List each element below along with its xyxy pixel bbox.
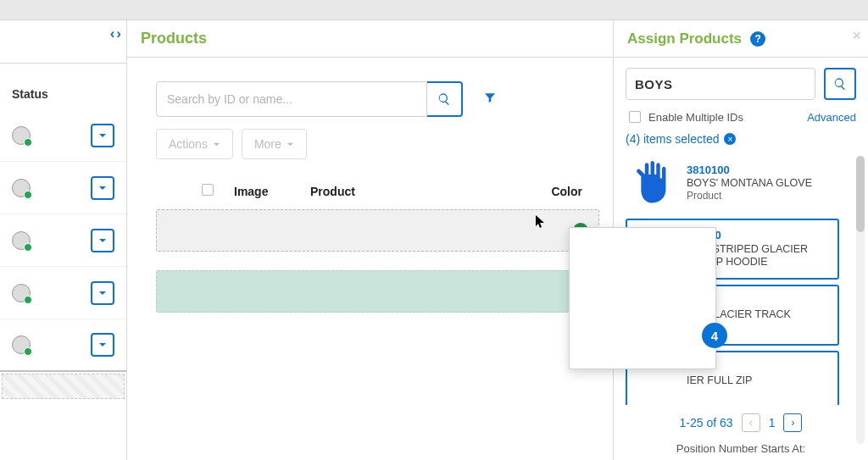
enable-multiple-ids-text: Enable Multiple IDs xyxy=(648,111,743,124)
next-page-icon[interactable]: › xyxy=(116,25,121,42)
chevron-down-icon xyxy=(98,289,107,297)
status-panel: ‹ › Status xyxy=(0,20,127,460)
pager-current-page: 1 xyxy=(769,416,776,430)
search-icon xyxy=(437,92,451,106)
status-dropdown-button[interactable] xyxy=(91,124,114,147)
cursor-icon xyxy=(536,215,546,229)
assign-search-input[interactable] xyxy=(626,68,815,100)
product-card-body: 3810100 BOYS' MONTANA GLOVE Product xyxy=(687,158,812,208)
chevron-down-icon xyxy=(98,131,107,140)
app-root: ‹ › Status xyxy=(0,0,868,460)
product-name: IER FULL ZIP xyxy=(687,374,752,388)
status-heading: Status xyxy=(0,64,126,109)
globe-icon xyxy=(12,179,31,197)
enable-multiple-ids-checkbox[interactable] xyxy=(629,111,641,123)
status-row xyxy=(0,109,126,162)
globe-icon xyxy=(12,126,31,145)
globe-icon xyxy=(12,335,31,354)
product-type: Product xyxy=(687,190,812,202)
status-row xyxy=(0,267,126,319)
chevron-down-icon xyxy=(98,236,107,245)
products-body: Actions More Image Product Color xyxy=(127,58,613,331)
actions-label: Actions xyxy=(169,137,208,151)
advanced-link[interactable]: Advanced xyxy=(807,111,856,124)
product-card[interactable]: 3810100 BOYS' MONTANA GLOVE Product xyxy=(626,152,839,213)
assign-header: Assign Products ? xyxy=(614,20,868,58)
globe-icon xyxy=(12,284,31,302)
product-search-box xyxy=(156,81,463,117)
actions-button[interactable]: Actions xyxy=(156,129,233,159)
pager-range: 1-25 of 63 xyxy=(680,416,733,430)
drag-count-badge: 4 xyxy=(702,323,727,348)
more-label: More xyxy=(254,137,281,151)
chevron-down-icon xyxy=(287,141,294,148)
col-color: Color xyxy=(523,185,599,198)
main-columns: ‹ › Status xyxy=(0,20,868,460)
filter-icon[interactable] xyxy=(483,91,497,108)
globe-icon xyxy=(12,231,31,250)
product-thumb xyxy=(631,158,678,208)
product-search-row xyxy=(156,81,599,117)
clear-selection-icon[interactable]: × xyxy=(724,133,736,145)
close-icon[interactable]: × xyxy=(852,27,861,45)
drag-ghost: 4 xyxy=(569,227,716,369)
chevron-down-icon xyxy=(213,141,220,148)
assign-pager: 1-25 of 63 ‹ 1 › xyxy=(626,410,856,435)
status-dropdown-button[interactable] xyxy=(91,176,114,200)
chevron-down-icon xyxy=(98,184,107,192)
help-icon[interactable]: ? xyxy=(750,31,765,47)
products-title: Products xyxy=(127,20,613,58)
more-button[interactable]: More xyxy=(242,129,307,159)
status-row xyxy=(0,162,126,214)
rail-placeholder xyxy=(2,374,125,399)
pager-prev-button[interactable]: ‹ xyxy=(742,413,760,432)
header-check xyxy=(198,181,234,201)
top-bar xyxy=(0,0,868,20)
status-row xyxy=(0,214,126,267)
col-image: Image xyxy=(234,185,310,198)
status-dropdown-button[interactable] xyxy=(91,281,114,305)
product-search-button[interactable] xyxy=(427,81,463,117)
col-product: Product xyxy=(310,185,523,198)
position-number-label: Position Number Starts At: xyxy=(626,442,856,455)
drop-target-row[interactable] xyxy=(156,209,599,252)
product-search-input[interactable] xyxy=(156,81,427,117)
status-list xyxy=(0,109,126,372)
scrollbar-thumb[interactable] xyxy=(856,156,865,232)
status-dropdown-button[interactable] xyxy=(91,333,114,357)
assign-scrollbar[interactable] xyxy=(856,156,865,444)
assign-options-row: Enable Multiple IDs Advanced xyxy=(626,108,856,125)
chevron-down-icon xyxy=(98,341,107,349)
enable-multiple-ids-label[interactable]: Enable Multiple IDs xyxy=(626,108,743,125)
status-inner: Status xyxy=(0,63,126,399)
search-icon xyxy=(833,77,847,91)
rail-pager: ‹ › xyxy=(110,25,121,42)
product-name: BOYS' MONTANA GLOVE xyxy=(687,177,812,191)
assign-search-row xyxy=(626,68,856,100)
assign-search-button[interactable] xyxy=(824,68,856,100)
pager-next-button[interactable]: › xyxy=(783,413,802,432)
select-all-checkbox[interactable] xyxy=(202,184,214,196)
prev-page-icon[interactable]: ‹ xyxy=(110,25,115,42)
status-dropdown-button[interactable] xyxy=(91,229,114,252)
product-actions-row: Actions More xyxy=(156,129,599,159)
assign-title: Assign Products xyxy=(627,30,742,47)
items-selected-text: (4) items selected xyxy=(626,132,719,146)
products-panel: Products Actions xyxy=(127,20,614,460)
drop-target-row[interactable] xyxy=(156,270,599,313)
status-row xyxy=(0,319,126,372)
glove-icon xyxy=(635,159,674,207)
product-sku: 3810100 xyxy=(687,163,812,177)
products-table-header: Image Product Color xyxy=(156,181,599,209)
items-selected: (4) items selected × xyxy=(626,132,856,146)
